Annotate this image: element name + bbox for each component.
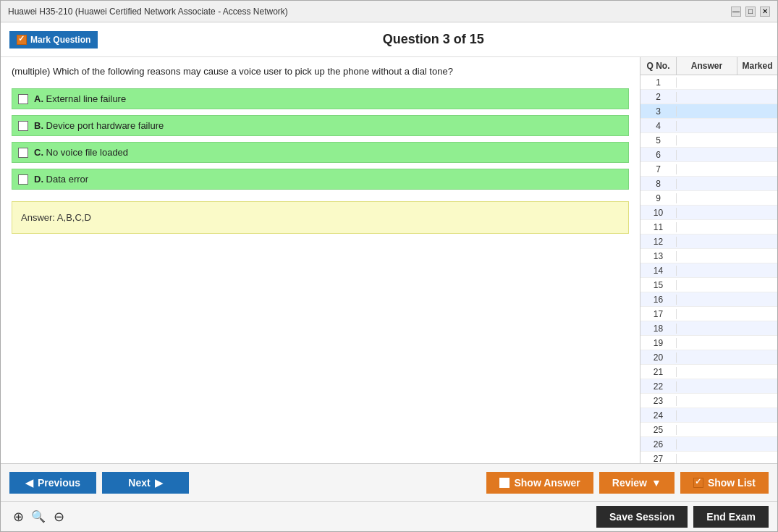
- sidebar-row-19[interactable]: 19: [640, 336, 777, 350]
- show-answer-label: Show Answer: [514, 477, 580, 489]
- sidebar-row-18[interactable]: 18: [640, 321, 777, 336]
- option-checkbox-c[interactable]: [18, 148, 28, 158]
- sidebar-row-10[interactable]: 10: [640, 206, 777, 220]
- review-button[interactable]: Review ▼: [599, 472, 675, 494]
- zoom-normal-button[interactable]: 🔍: [30, 508, 47, 525]
- mark-question-label: Mark Question: [30, 35, 90, 45]
- window-title: Huawei H35-210 (Huawei Certified Network…: [8, 7, 288, 17]
- sidebar-cell-qno-4: 4: [640, 121, 677, 131]
- sidebar-row-26[interactable]: 26: [640, 437, 777, 452]
- question-list-sidebar: Q No. Answer Marked 1 2 3 4 5 6: [640, 57, 777, 463]
- sidebar-cell-qno-27: 27: [640, 454, 677, 464]
- sidebar-row-2[interactable]: 2: [640, 90, 777, 104]
- sidebar-cell-qno-20: 20: [640, 352, 677, 363]
- sidebar-cell-qno-21: 21: [640, 367, 677, 377]
- sidebar-cell-qno-2: 2: [640, 92, 677, 102]
- main-area: (multiple) Which of the following reason…: [1, 57, 777, 463]
- option-checkbox-d[interactable]: [18, 174, 28, 185]
- sidebar-header-marked: Marked: [737, 57, 777, 75]
- sidebar-cell-qno-13: 13: [640, 251, 677, 261]
- sidebar-row-8[interactable]: 8: [640, 177, 777, 191]
- sidebar-row-13[interactable]: 13: [640, 249, 777, 263]
- question-area: (multiple) Which of the following reason…: [1, 57, 640, 463]
- sidebar-row-15[interactable]: 15: [640, 278, 777, 292]
- review-dropdown-icon: ▼: [651, 477, 661, 489]
- minimize-button[interactable]: —: [731, 7, 741, 17]
- sidebar-row-27[interactable]: 27: [640, 452, 777, 463]
- sidebar-row-6[interactable]: 6: [640, 148, 777, 162]
- sidebar-row-17[interactable]: 17: [640, 307, 777, 321]
- sidebar-cell-qno-16: 16: [640, 295, 677, 305]
- title-bar: Huawei H35-210 (Huawei Certified Network…: [1, 1, 777, 22]
- option-row-b[interactable]: B. Device port hardware failure: [12, 115, 629, 136]
- prev-arrow-icon: ◀: [25, 477, 33, 489]
- sidebar-header: Q No. Answer Marked: [640, 57, 777, 75]
- sidebar-row-20[interactable]: 20: [640, 350, 777, 365]
- sidebar-row-21[interactable]: 21: [640, 365, 777, 379]
- sidebar-row-25[interactable]: 25: [640, 423, 777, 437]
- sidebar-row-5[interactable]: 5: [640, 133, 777, 148]
- sidebar-row-7[interactable]: 7: [640, 162, 777, 177]
- end-exam-label: End Exam: [706, 511, 756, 523]
- sidebar-cell-qno-1: 1: [640, 77, 677, 88]
- sidebar-cell-qno-7: 7: [640, 164, 677, 174]
- sidebar-cell-qno-18: 18: [640, 324, 677, 334]
- sidebar-cell-qno-25: 25: [640, 425, 677, 435]
- sidebar-list: 1 2 3 4 5 6 7 8: [640, 75, 777, 463]
- previous-label: Previous: [38, 477, 80, 489]
- option-text-a: A. External line failure: [34, 93, 126, 104]
- show-answer-button[interactable]: Show Answer: [486, 472, 593, 494]
- sidebar-cell-qno-24: 24: [640, 410, 677, 421]
- sidebar-row-22[interactable]: 22: [640, 379, 777, 394]
- sidebar-row-9[interactable]: 9: [640, 191, 777, 206]
- sidebar-row-1[interactable]: 1: [640, 75, 777, 90]
- save-session-label: Save Session: [609, 511, 675, 523]
- option-row-d[interactable]: D. Data error: [12, 169, 629, 190]
- answer-text: Answer: A,B,C,D: [21, 212, 91, 223]
- sidebar-cell-qno-5: 5: [640, 135, 677, 145]
- option-checkbox-b[interactable]: [18, 121, 28, 131]
- sidebar-row-3[interactable]: 3: [640, 104, 777, 119]
- zoom-out-button[interactable]: ⊖: [50, 508, 67, 525]
- next-arrow-icon: ▶: [155, 477, 163, 489]
- option-row-c[interactable]: C. No voice file loaded: [12, 142, 629, 163]
- app-window: Huawei H35-210 (Huawei Certified Network…: [0, 0, 778, 532]
- sidebar-header-answer: Answer: [677, 57, 737, 75]
- sidebar-row-23[interactable]: 23: [640, 394, 777, 408]
- close-button[interactable]: ✕: [760, 7, 770, 17]
- question-title: Question 3 of 15: [98, 32, 769, 47]
- show-list-icon: [693, 478, 703, 488]
- footer-right: Save Session End Exam: [596, 506, 769, 528]
- sidebar-row-24[interactable]: 24: [640, 408, 777, 423]
- review-label: Review: [612, 477, 647, 489]
- show-answer-icon: [499, 478, 509, 488]
- sidebar-row-14[interactable]: 14: [640, 263, 777, 278]
- sidebar-cell-qno-8: 8: [640, 179, 677, 189]
- previous-button[interactable]: ◀ Previous: [9, 472, 96, 494]
- save-session-button[interactable]: Save Session: [596, 506, 688, 528]
- maximize-button[interactable]: □: [745, 7, 756, 17]
- mark-checkbox-icon: [17, 35, 27, 45]
- sidebar-cell-qno-26: 26: [640, 439, 677, 449]
- next-button[interactable]: Next ▶: [102, 472, 189, 494]
- sidebar-row-16[interactable]: 16: [640, 292, 777, 307]
- sidebar-cell-qno-15: 15: [640, 280, 677, 290]
- sidebar-cell-qno-19: 19: [640, 338, 677, 348]
- sidebar-cell-qno-10: 10: [640, 208, 677, 218]
- option-row-a[interactable]: A. External line failure: [12, 88, 629, 109]
- end-exam-button[interactable]: End Exam: [693, 506, 769, 528]
- mark-question-button[interactable]: Mark Question: [9, 31, 98, 48]
- sidebar-cell-qno-23: 23: [640, 396, 677, 406]
- sidebar-cell-qno-11: 11: [640, 222, 677, 232]
- zoom-controls: ⊕ 🔍 ⊖: [9, 508, 67, 525]
- bottom-bar: ◀ Previous Next ▶ Show Answer Review ▼ S…: [1, 463, 777, 501]
- sidebar-cell-qno-6: 6: [640, 150, 677, 160]
- sidebar-row-4[interactable]: 4: [640, 119, 777, 133]
- option-text-b: B. Device port hardware failure: [34, 120, 164, 131]
- sidebar-row-11[interactable]: 11: [640, 220, 777, 235]
- zoom-in-button[interactable]: ⊕: [9, 508, 27, 525]
- sidebar-row-12[interactable]: 12: [640, 235, 777, 249]
- window-controls: — □ ✕: [731, 7, 770, 17]
- show-list-button[interactable]: Show List: [680, 472, 769, 494]
- option-checkbox-a[interactable]: [18, 94, 28, 104]
